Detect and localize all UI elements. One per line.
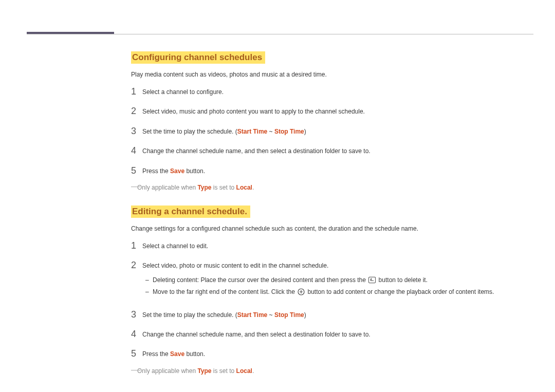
- step-number: 1: [131, 240, 142, 250]
- note-dash-icon: ―: [131, 181, 140, 192]
- t: button to add content or change the play…: [308, 288, 494, 295]
- t: Press the: [142, 350, 170, 358]
- t: button to delete it.: [379, 276, 428, 284]
- step-2: 2 Select video, photo or music content t…: [131, 260, 533, 300]
- t: Deleting content: Place the cursor over …: [153, 276, 367, 284]
- step-text: Set the time to play the schedule. (Star…: [142, 126, 533, 136]
- t: button.: [184, 350, 205, 358]
- t: Only applicable when: [137, 184, 197, 191]
- stop-time-label: Stop Time: [274, 311, 304, 319]
- stop-time-label: Stop Time: [274, 128, 304, 135]
- start-time-label: Start Time: [237, 311, 267, 319]
- header-divider: [27, 34, 533, 34]
- step-number: 1: [131, 86, 142, 96]
- step-text: Select video, photo or music content to …: [142, 262, 328, 269]
- step-4: 4 Change the channel schedule name, and …: [131, 329, 533, 339]
- sub-item-delete: Deleting content: Place the cursor over …: [142, 276, 533, 285]
- local-label: Local: [236, 367, 252, 375]
- section1-title: Configuring channel schedules: [131, 51, 265, 64]
- section2-steps: 1 Select a channel to edit. 2 Select vid…: [131, 240, 533, 359]
- section2-intro: Change settings for a configured channel…: [131, 225, 533, 232]
- save-label: Save: [170, 350, 184, 358]
- t: ~: [267, 311, 274, 319]
- t: Set the time to play the schedule. (: [142, 311, 237, 319]
- step-5: 5 Press the Save button.: [131, 348, 533, 359]
- step-3: 3 Set the time to play the schedule. (St…: [131, 309, 533, 320]
- step-1: 1 Select a channel to configure.: [131, 86, 533, 97]
- step-4: 4 Change the channel schedule name, and …: [131, 145, 533, 156]
- t: ): [304, 311, 306, 319]
- step-text: Change the channel schedule name, and th…: [142, 145, 533, 156]
- local-label: Local: [236, 184, 252, 191]
- step-text: Press the Save button.: [142, 165, 533, 176]
- note-dash-icon: ―: [131, 364, 140, 375]
- t: ~: [267, 128, 274, 135]
- step-text: Select video, music and photo content yo…: [142, 106, 533, 116]
- section1-note: ― Only applicable when Type is set to Lo…: [131, 184, 533, 191]
- t: Set the time to play the schedule. (: [142, 128, 237, 135]
- start-time-label: Start Time: [237, 128, 267, 135]
- t: Move to the far right end of the content…: [153, 288, 297, 295]
- step-text: Select a channel to edit.: [142, 240, 533, 251]
- t: Only applicable when: [137, 367, 197, 375]
- t: is set to: [212, 184, 236, 191]
- t: button.: [184, 167, 205, 175]
- step-1: 1 Select a channel to edit.: [131, 240, 533, 251]
- section-configuring: Configuring channel schedules Play media…: [131, 51, 533, 191]
- type-label: Type: [197, 184, 211, 191]
- t: ): [304, 128, 306, 135]
- section1-intro: Play media content such as videos, photo…: [131, 71, 533, 78]
- step-number: 5: [131, 348, 142, 358]
- plus-circle-icon: [298, 288, 305, 295]
- step-number: 5: [131, 165, 142, 175]
- t: Press the: [142, 167, 170, 175]
- type-label: Type: [197, 367, 211, 375]
- step-number: 4: [131, 145, 142, 155]
- step-number: 2: [131, 106, 142, 116]
- t: .: [252, 367, 254, 375]
- step-text: Change the channel schedule name, and th…: [142, 329, 533, 339]
- sub-item-add: Move to the far right end of the content…: [142, 288, 533, 296]
- step-number: 4: [131, 329, 142, 339]
- step-5: 5 Press the Save button.: [131, 165, 533, 176]
- step-text: Set the time to play the schedule. (Star…: [142, 309, 533, 320]
- section2-note: ― Only applicable when Type is set to Lo…: [131, 367, 533, 375]
- save-label: Save: [170, 167, 184, 175]
- page-content: Configuring channel schedules Play media…: [131, 51, 533, 389]
- t: is set to: [212, 367, 236, 375]
- section1-steps: 1 Select a channel to configure. 2 Selec…: [131, 86, 533, 176]
- svg-rect-0: [369, 277, 376, 283]
- step-number: 3: [131, 126, 142, 136]
- section2-title: Editing a channel schedule.: [131, 206, 250, 218]
- enter-icon: [368, 276, 376, 284]
- step-2: 2 Select video, music and photo content …: [131, 106, 533, 116]
- sub-list: Deleting content: Place the cursor over …: [142, 276, 533, 297]
- t: .: [252, 184, 254, 191]
- step-number: 3: [131, 309, 142, 319]
- step-number: 2: [131, 260, 142, 270]
- step-body: Select video, photo or music content to …: [142, 260, 533, 300]
- step-text: Press the Save button.: [142, 348, 533, 359]
- step-3: 3 Set the time to play the schedule. (St…: [131, 126, 533, 136]
- step-text: Select a channel to configure.: [142, 86, 533, 97]
- section-editing: Editing a channel schedule. Change setti…: [131, 206, 533, 375]
